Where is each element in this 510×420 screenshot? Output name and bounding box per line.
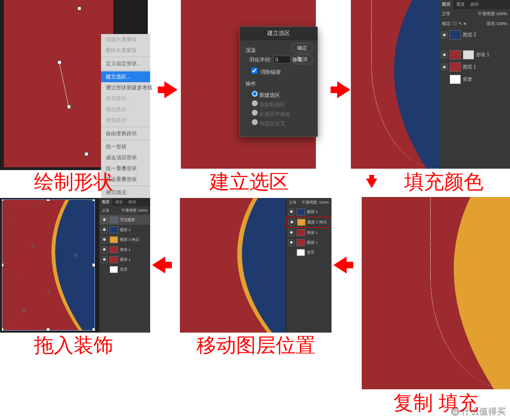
transform-handle[interactable] [92,263,95,267]
sparkle-icon: · [9,320,10,325]
menu-item-new-guide[interactable]: 通过形状新建参考线 [101,82,150,93]
layer-row[interactable]: 图层 2 [439,29,510,41]
layer-thumb [450,75,461,84]
visibility-icon[interactable] [101,227,108,233]
arrow-left-icon [152,257,165,274]
layer-row[interactable]: 图层 2 拷贝 [99,235,150,245]
blend-mode[interactable]: 正常 [289,200,297,205]
visibility-icon[interactable] [441,32,448,38]
opacity-label: 不透明度: [478,11,496,16]
arrow-right-icon [337,81,350,98]
arrow-down-icon [366,179,377,188]
transform-handle[interactable] [46,199,50,201]
layers-panel-p3: 图层 通道 路径 正常不透明度:100% 锁定: ▧ ✎ ⊕填充:100% 图层… [439,0,510,169]
fill-value[interactable]: 100% [496,21,507,26]
transform-handle[interactable] [2,263,4,267]
menu-item-define-shape[interactable]: 定义自定形状... [101,58,150,69]
tab-channels[interactable]: 通道 [453,0,468,9]
transform-handle[interactable] [92,328,95,331]
layer-row[interactable]: 图层 1 [286,238,332,248]
visibility-icon[interactable] [441,51,448,58]
dialog-title: 建立选区 [240,27,317,40]
canvas-p1 [4,0,113,167]
layer-row[interactable]: 图层 1 [439,61,510,73]
menu-item-create-vector-mask[interactable]: 创建矢量蒙版 [101,34,150,45]
watermark: 值什么值得买 [451,406,506,417]
canvas-p5 [180,198,286,333]
tab-layers[interactable]: 图层 [99,198,112,206]
layer-row[interactable]: 背景 [99,265,150,274]
visibility-icon[interactable] [289,219,295,226]
sparkle-icon: ❄ [21,306,27,315]
menu-item-delete-vector-mask[interactable]: 删除矢量蒙版 [101,45,150,56]
path-anchor[interactable] [85,152,88,156]
transform-handle[interactable] [2,199,4,201]
layer-row-highlighted[interactable]: 图层 2 拷贝 [286,217,332,228]
tab-paths[interactable]: 路径 [126,198,139,206]
ok-button[interactable]: 确定 [292,43,313,53]
visibility-icon[interactable] [288,230,295,236]
panel-fill-color: 图层 通道 路径 正常不透明度:100% 锁定: ▧ ✎ ⊕填充:100% 图层… [351,0,510,169]
menu-item[interactable]: 剪切路径... [101,115,150,126]
layer-row[interactable]: 图层 2 [99,225,150,235]
opacity-value[interactable]: 不透明度: 100% [302,200,329,205]
visibility-icon[interactable] [101,247,108,253]
layer-row[interactable]: 形状 1 [286,228,332,238]
tab-layers[interactable]: 图层 [439,0,453,9]
transform-handle[interactable] [92,199,95,201]
menu-item[interactable]: 减去顶层形状 [101,152,150,163]
op-sub-radio [252,110,258,116]
menu-item-free-transform[interactable]: 自由变换路径 [101,128,150,139]
sparkle-icon: · [54,228,55,233]
layer-name: 背景 [120,267,128,272]
feather-label: 羽化半径: [249,56,272,63]
opacity-value[interactable]: 100% [496,11,507,16]
feather-input[interactable] [273,56,290,63]
layer-thumb [110,256,118,263]
op-int-label: 与选区交叉 [259,120,285,126]
layer-mask-thumb [463,50,474,60]
antialias-checkbox[interactable] [251,68,257,74]
visibility-icon[interactable] [101,257,108,263]
layer-thumb [110,226,118,233]
layer-name: 图层 1 [120,257,131,262]
tab-channels[interactable]: 通道 [112,198,126,206]
layer-row[interactable]: 背景 [439,73,510,86]
transform-handle[interactable] [2,328,4,331]
transform-box[interactable] [2,199,95,331]
menu-item[interactable]: 填充路径... [101,93,150,104]
layer-row[interactable]: 背景 [286,248,332,257]
visibility-icon[interactable] [101,217,108,223]
layer-row[interactable]: 图层 2 [286,207,332,217]
op-new-radio[interactable] [252,91,258,97]
layers-panel-p5: 正常不透明度: 100% 图层 2 图层 2 拷贝 形状 1 图层 1 背景 [286,198,332,333]
arrow-right-icon [164,81,178,98]
cancel-button[interactable]: 取消 [292,54,313,64]
layer-name: 图层 2 [120,227,131,232]
layer-row[interactable]: 形状 1 [99,245,150,255]
watermark-text: 什么值得买 [461,406,506,417]
layer-row[interactable]: 图层 1 [99,255,150,265]
blend-mode[interactable]: 正常 [442,11,450,17]
layer-thumb [110,236,118,243]
layer-thumb [450,62,461,72]
layer-thumb [110,216,118,223]
transform-handle[interactable] [46,328,50,331]
visibility-icon[interactable] [101,237,108,243]
layer-name: 形状 1 [307,230,318,235]
path-anchor[interactable] [77,7,81,10]
menu-item[interactable]: 统一形状 [101,141,150,152]
layer-thumb [297,229,305,236]
menu-item[interactable]: 描边路径... [101,104,150,115]
visibility-icon[interactable] [288,209,295,215]
layer-name: 图层 1 [463,64,476,70]
layer-name: 雪花图案 [120,217,135,223]
visibility-icon[interactable] [288,240,295,246]
layer-row-selected[interactable]: 雪花图案 [99,215,150,225]
layer-thumb [450,50,461,60]
tab-paths[interactable]: 路径 [468,0,482,9]
layer-row[interactable]: 形状 1 [439,49,510,61]
blend-mode[interactable]: 正常 [102,208,110,213]
menu-item-make-selection[interactable]: 建立选区... [101,71,150,82]
visibility-icon[interactable] [441,64,448,70]
